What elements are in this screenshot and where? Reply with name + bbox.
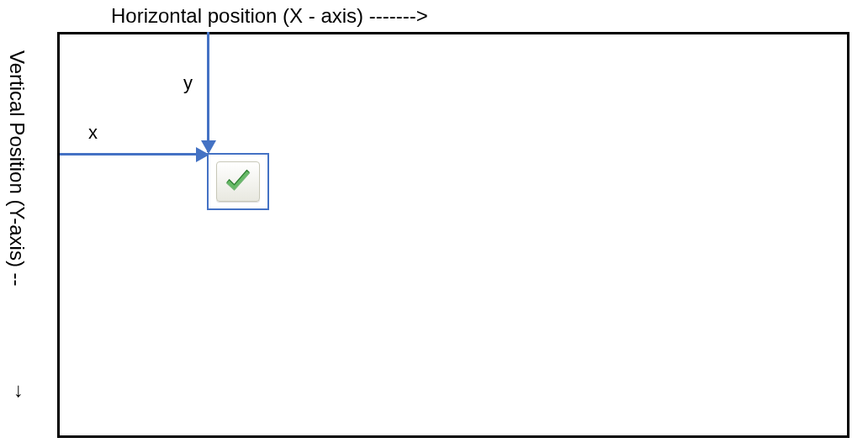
y-offset-arrow bbox=[207, 32, 209, 152]
checkmark-icon bbox=[223, 168, 253, 195]
diagram-container: Horizontal position (X - axis) -------> … bbox=[0, 0, 868, 448]
y-axis-title: Vertical Position (Y-axis) -- bbox=[8, 50, 29, 287]
y-marker-label: y bbox=[183, 72, 193, 94]
positioned-element bbox=[207, 153, 269, 210]
x-axis-title: Horizontal position (X - axis) -------> bbox=[111, 4, 428, 28]
coordinate-frame bbox=[57, 32, 849, 438]
checkmark-button[interactable] bbox=[216, 161, 260, 202]
y-axis-title-arrow: ↓ bbox=[13, 378, 24, 402]
x-offset-arrow bbox=[60, 153, 208, 155]
x-marker-label: x bbox=[88, 122, 98, 144]
